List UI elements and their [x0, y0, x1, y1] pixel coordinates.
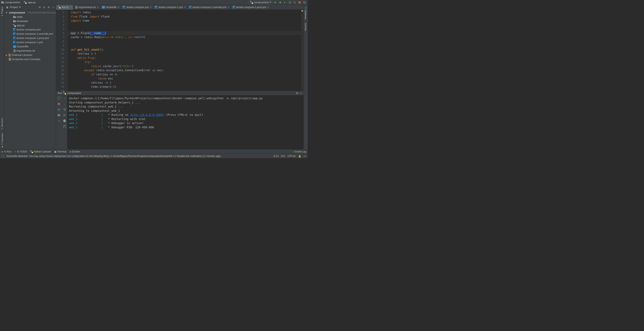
- debug-button[interactable]: [278, 1, 282, 5]
- run-console[interactable]: docker-compose://[/home/filippov/Pycharm…: [67, 95, 304, 149]
- collapse-all-icon[interactable]: ⇊: [42, 6, 46, 9]
- run-coverage-button[interactable]: [283, 1, 287, 5]
- hector-icon[interactable]: ☺: [304, 155, 306, 158]
- scroll-from-source-icon[interactable]: ⊕: [38, 6, 41, 9]
- code-editor[interactable]: 1234567891011121314151617181920 import r…: [56, 10, 304, 91]
- terminal-tool-button[interactable]: ▣Terminal: [54, 150, 66, 153]
- structure-tool-button[interactable]: 7: Structure: [1, 117, 3, 131]
- error-stripe[interactable]: [301, 10, 304, 91]
- code-content[interactable]: import redis from flask import Flask imp…: [68, 10, 301, 91]
- database-tool-button[interactable]: 🗄Database: [304, 6, 307, 21]
- folder-icon: [1, 1, 4, 4]
- soft-wrap-button[interactable]: [62, 108, 66, 112]
- readonly-toggle[interactable]: 🔒: [298, 155, 301, 158]
- hide-icon[interactable]: —: [52, 6, 55, 9]
- tree-folder[interactable]: static: [4, 15, 56, 19]
- close-icon[interactable]: ×: [97, 6, 98, 9]
- tree-label: docker-compose-1.override.yml: [16, 32, 53, 35]
- run-button[interactable]: [274, 1, 278, 5]
- txt-file-icon: [75, 6, 78, 9]
- docker-tool-button[interactable]: ◆Docker: [70, 150, 80, 153]
- editor-tab[interactable]: docker-compose-1.override.yml×: [188, 5, 231, 10]
- python-console-tool-button[interactable]: Python Console: [30, 150, 51, 153]
- breadcrumb-file[interactable]: app.py: [28, 1, 36, 4]
- editor-tab[interactable]: docker-compose-1.prod.yml×: [231, 5, 271, 10]
- tree-label: docker-compose-1.yml: [16, 41, 43, 44]
- tree-file[interactable]: Dockerfile: [4, 44, 56, 49]
- close-icon[interactable]: ×: [267, 6, 269, 9]
- external-libraries[interactable]: ▸ External Libraries: [4, 53, 56, 57]
- event-log-button[interactable]: ●Event Log: [293, 150, 306, 153]
- svg-rect-7: [58, 114, 60, 115]
- caret-position[interactable]: 6:12: [274, 155, 278, 158]
- breadcrumb-project[interactable]: composetest: [5, 1, 20, 4]
- editor-tab[interactable]: Dockerfile×: [100, 5, 121, 10]
- clear-button[interactable]: [62, 124, 66, 129]
- tree-file[interactable]: docker-compose-1.override.yml: [4, 32, 56, 36]
- tree-folder[interactable]: templates: [4, 19, 56, 23]
- svg-rect-6: [59, 109, 60, 111]
- tree-file[interactable]: app.py: [4, 23, 56, 28]
- dump-threads-button[interactable]: [57, 113, 61, 117]
- run-tool-button[interactable]: ▶4: Run: [2, 150, 11, 153]
- tab-label: Dockerfile: [106, 6, 116, 9]
- editor-tab[interactable]: app.py×: [56, 5, 74, 10]
- editor-tab[interactable]: docker-compose-1.yml×: [153, 5, 187, 10]
- close-icon[interactable]: ×: [184, 6, 186, 9]
- tab-label: requirements.txt: [78, 6, 96, 9]
- tree-file[interactable]: docker-compose-1.yml: [4, 40, 56, 44]
- update-button[interactable]: [293, 1, 297, 5]
- editor-tab[interactable]: requirements.txt×: [74, 5, 100, 10]
- status-bar: Dockerfile detection: You may setup Dock…: [0, 154, 308, 158]
- scratches-and-consoles[interactable]: Scratches and Consoles: [4, 57, 56, 61]
- todo-tool-button[interactable]: ✔6: TODO: [14, 150, 27, 153]
- tool-windows-toggle[interactable]: [2, 155, 4, 157]
- tree-file[interactable]: docker-compose-1.prod.yml: [4, 36, 56, 40]
- profile-button[interactable]: [288, 1, 292, 5]
- gear-icon[interactable]: ⚙: [47, 6, 50, 9]
- python-icon: [63, 92, 66, 95]
- project-tool-button[interactable]: 1: Project: [1, 6, 3, 17]
- svg-rect-13: [64, 121, 65, 122]
- svg-rect-11: [64, 120, 66, 120]
- tree-file[interactable]: requirements.txt: [4, 49, 56, 53]
- exit-button[interactable]: ✕: [57, 119, 61, 123]
- close-icon[interactable]: ×: [228, 6, 229, 9]
- line-separator[interactable]: LF‡: [281, 155, 285, 158]
- scroll-to-end-button[interactable]: [62, 113, 66, 117]
- docker-file-icon: [102, 6, 105, 9]
- project-root[interactable]: ▾ composetest ~/PycharmProjects/composet…: [4, 11, 56, 15]
- project-view-label[interactable]: Project: [10, 6, 18, 9]
- tree-file[interactable]: docker-compose.yml: [4, 28, 56, 32]
- sciview-tool-button[interactable]: SciView: [304, 22, 307, 32]
- yml-file-icon: [13, 37, 16, 40]
- project-tree[interactable]: ▾ composetest ~/PycharmProjects/composet…: [4, 10, 56, 62]
- yml-file-icon: [233, 6, 235, 9]
- pause-button[interactable]: [57, 108, 61, 112]
- up-stack-button[interactable]: ↑: [62, 96, 66, 100]
- yml-file-icon: [155, 6, 157, 9]
- dropdown-icon[interactable]: [19, 7, 21, 8]
- stop-button[interactable]: [57, 102, 61, 106]
- stop-button[interactable]: [298, 1, 302, 5]
- print-button[interactable]: [62, 119, 66, 123]
- hide-icon[interactable]: —: [300, 92, 302, 95]
- down-stack-button[interactable]: ↓: [62, 102, 66, 106]
- py-file-icon: [58, 6, 60, 9]
- line-gutter[interactable]: 1234567891011121314151617181920: [56, 10, 68, 91]
- search-everywhere-button[interactable]: [302, 1, 306, 5]
- python-icon: [250, 1, 253, 4]
- file-encoding[interactable]: UTF-8‡: [288, 155, 296, 158]
- close-icon[interactable]: ×: [150, 6, 152, 9]
- close-icon[interactable]: ×: [70, 6, 72, 8]
- project-panel-header: ▣ Project ⊕ ⇊ ⚙ —: [4, 5, 56, 10]
- run-config-label[interactable]: composetest: [67, 92, 81, 95]
- rerun-button[interactable]: [57, 96, 61, 100]
- folder-icon: [13, 20, 16, 22]
- run-config-selector[interactable]: composetest: [249, 0, 272, 5]
- gear-icon[interactable]: ⚙: [296, 92, 298, 95]
- editor-tab[interactable]: docker-compose.yml×: [121, 5, 153, 10]
- favorites-tool-button[interactable]: ★2: Favorites: [1, 132, 4, 149]
- close-icon[interactable]: ×: [118, 6, 119, 9]
- status-message[interactable]: Dockerfile detection: You may setup Dock…: [6, 155, 221, 158]
